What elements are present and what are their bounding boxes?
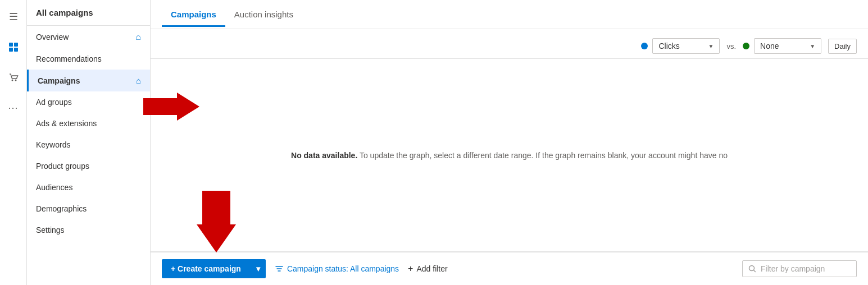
chart-area: Clicks ▼ vs. None ▼ Daily No data availa…: [151, 29, 868, 252]
action-bar: + Create campaign ▾ Campaign status: All…: [151, 252, 868, 285]
sidebar-item-label: Audiences: [36, 183, 72, 192]
sidebar-item-label: Campaigns: [38, 76, 80, 85]
main-content: Campaigns Auction insights Clicks ▼ vs. …: [151, 0, 868, 285]
primary-metric-selector: Clicks ▼: [641, 38, 720, 54]
sidebar-item-product-groups[interactable]: Product groups: [27, 155, 150, 177]
sidebar-item-label: Product groups: [36, 162, 89, 171]
sidebar-item-label: Ad groups: [36, 98, 72, 107]
sidebar-item-overview[interactable]: Overview ⌂: [27, 26, 150, 48]
sidebar-item-label: Recommendations: [36, 54, 102, 63]
svg-point-6: [749, 266, 755, 271]
icon-bar: ☰ ···: [0, 0, 27, 285]
more-ellipsis-icon[interactable]: ···: [3, 98, 24, 118]
sidebar-item-ad-groups[interactable]: Ad groups: [27, 91, 150, 113]
campaign-status-label: Campaign status: All campaigns: [287, 264, 399, 273]
dashboard-icon[interactable]: [3, 37, 24, 57]
chart-toolbar: Clicks ▼ vs. None ▼ Daily: [151, 29, 868, 59]
sidebar-item-label: Demographics: [36, 204, 87, 213]
sidebar-item-campaigns[interactable]: Campaigns ⌂: [27, 70, 150, 91]
no-data-message: No data available. To update the graph, …: [291, 151, 728, 160]
sidebar-item-settings[interactable]: Settings: [27, 219, 150, 241]
shopping-icon[interactable]: [3, 67, 24, 88]
vs-label: vs.: [726, 42, 736, 50]
tab-bar: Campaigns Auction insights: [151, 0, 868, 29]
tab-campaigns[interactable]: Campaigns: [162, 2, 225, 27]
add-filter-plus-icon: +: [408, 264, 413, 274]
create-campaign-button[interactable]: + Create campaign ▾: [162, 259, 266, 278]
primary-metric-value: Clicks: [658, 42, 679, 50]
sidebar-item-demographics[interactable]: Demographics: [27, 198, 150, 219]
secondary-metric-value: None: [760, 42, 779, 50]
sidebar-item-recommendations[interactable]: Recommendations: [27, 48, 150, 70]
svg-point-5: [15, 80, 16, 81]
primary-metric-dot: [641, 43, 648, 49]
filter-search-box[interactable]: [742, 260, 857, 277]
sidebar-item-label: Settings: [36, 226, 65, 235]
sidebar-item-label: Overview: [36, 33, 69, 42]
campaign-status-filter[interactable]: Campaign status: All campaigns: [275, 264, 399, 273]
sidebar: All campaigns Overview ⌂ Recommendations…: [27, 0, 151, 285]
chevron-down-icon: ▼: [810, 43, 815, 49]
create-campaign-dropdown-arrow[interactable]: ▾: [251, 259, 266, 278]
create-campaign-label: + Create campaign: [171, 264, 241, 273]
sidebar-item-label: Ads & extensions: [36, 119, 97, 128]
tab-auction-insights[interactable]: Auction insights: [225, 2, 302, 27]
sidebar-item-ads-extensions[interactable]: Ads & extensions: [27, 113, 150, 134]
add-filter-button[interactable]: + Add filter: [408, 264, 448, 274]
filter-campaign-input[interactable]: [761, 264, 851, 273]
svg-rect-1: [14, 43, 18, 47]
secondary-metric-selector: None ▼: [743, 38, 821, 54]
primary-metric-dropdown[interactable]: Clicks ▼: [652, 38, 720, 54]
secondary-metric-dot: [743, 43, 749, 49]
svg-rect-0: [9, 43, 13, 47]
home-icon: ⌂: [135, 32, 141, 42]
period-selector-button[interactable]: Daily: [828, 39, 857, 54]
secondary-metric-dropdown[interactable]: None ▼: [754, 38, 821, 54]
search-icon: [748, 265, 756, 273]
svg-rect-2: [9, 48, 13, 52]
chevron-down-icon: ▼: [708, 43, 714, 49]
filter-icon: [275, 264, 284, 273]
no-data-detail: To update the graph, select a different …: [360, 151, 728, 160]
campaigns-home-icon: ⌂: [136, 76, 141, 85]
svg-point-4: [11, 80, 13, 81]
no-data-area: No data available. To update the graph, …: [151, 59, 868, 252]
no-data-strong: No data available.: [291, 151, 357, 160]
svg-rect-3: [14, 48, 18, 52]
add-filter-label: Add filter: [416, 264, 447, 273]
sidebar-item-keywords[interactable]: Keywords: [27, 134, 150, 155]
sidebar-header: All campaigns: [27, 0, 150, 26]
sidebar-item-label: Keywords: [36, 140, 70, 149]
hamburger-menu-icon[interactable]: ☰: [3, 7, 24, 27]
sidebar-item-audiences[interactable]: Audiences: [27, 177, 150, 198]
